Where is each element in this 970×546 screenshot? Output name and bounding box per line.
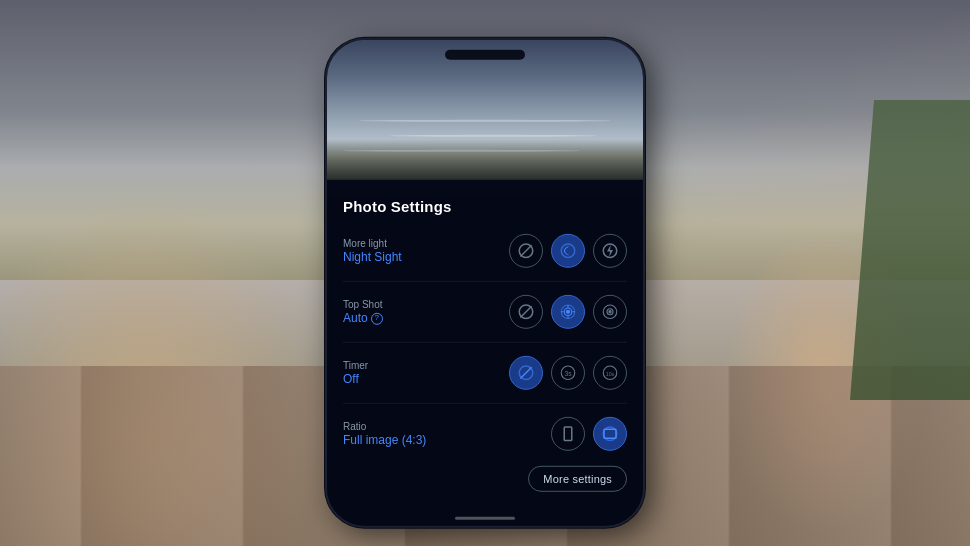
svg-text:10s: 10s xyxy=(606,371,615,377)
divider-2 xyxy=(343,342,627,343)
timer-label: Timer xyxy=(343,359,509,372)
ratio-value: Full image (4:3) xyxy=(343,433,551,449)
phone-wrapper: Photo Settings More light Night Sight xyxy=(325,38,645,528)
top-shot-manual-button[interactable] xyxy=(593,295,627,329)
top-shot-off-button[interactable] xyxy=(509,295,543,329)
night-sight-button[interactable] xyxy=(551,234,585,268)
svg-line-1 xyxy=(520,245,531,256)
wave-line-1 xyxy=(359,120,612,122)
top-shot-label: Top Shot xyxy=(343,298,509,311)
home-indicator xyxy=(455,517,515,520)
wave-line-3 xyxy=(343,150,580,152)
more-light-label: More light xyxy=(343,237,509,250)
top-shot-value: Auto ? xyxy=(343,311,509,327)
setting-row-more-light: More light Night Sight xyxy=(343,229,627,273)
timer-10s-button[interactable]: 10s xyxy=(593,356,627,390)
ratio-landscape-button[interactable] xyxy=(593,417,627,451)
timer-value: Off xyxy=(343,372,509,388)
more-settings-row: More settings xyxy=(343,466,627,492)
setting-row-timer: Timer Off xyxy=(343,351,627,395)
help-icon[interactable]: ? xyxy=(371,312,383,324)
more-light-value: Night Sight xyxy=(343,250,509,266)
ratio-label-group: Ratio Full image (4:3) xyxy=(343,420,551,449)
more-settings-button[interactable]: More settings xyxy=(528,466,627,492)
settings-panel: Photo Settings More light Night Sight xyxy=(327,180,643,526)
ratio-portrait-button[interactable] xyxy=(551,417,585,451)
svg-point-15 xyxy=(609,311,611,313)
timer-icons: 3s 10s xyxy=(509,356,627,390)
svg-point-8 xyxy=(567,310,570,313)
wave-line-2 xyxy=(390,135,595,137)
settings-grid: More light Night Sight xyxy=(343,229,627,456)
timer-3s-button[interactable]: 3s xyxy=(551,356,585,390)
setting-row-ratio: Ratio Full image (4:3) xyxy=(343,412,627,456)
power-button xyxy=(643,160,645,210)
svg-text:3s: 3s xyxy=(564,370,572,377)
ratio-label: Ratio xyxy=(343,420,551,433)
divider-3 xyxy=(343,403,627,404)
ratio-icons xyxy=(551,417,627,451)
svg-rect-22 xyxy=(564,427,572,441)
top-shot-auto-button[interactable] xyxy=(551,295,585,329)
svg-line-17 xyxy=(520,367,531,378)
flash-button[interactable] xyxy=(593,234,627,268)
svg-line-5 xyxy=(520,306,531,317)
phone-pill xyxy=(445,50,525,60)
top-shot-label-group: Top Shot Auto ? xyxy=(343,298,509,327)
timer-off-button[interactable] xyxy=(509,356,543,390)
phone: Photo Settings More light Night Sight xyxy=(325,38,645,528)
settings-title: Photo Settings xyxy=(343,198,627,215)
svg-point-2 xyxy=(561,244,575,257)
setting-row-top-shot: Top Shot Auto ? xyxy=(343,290,627,334)
more-light-icons xyxy=(509,234,627,268)
timer-label-group: Timer Off xyxy=(343,359,509,388)
divider-1 xyxy=(343,281,627,282)
top-shot-icons xyxy=(509,295,627,329)
more-light-label-group: More light Night Sight xyxy=(343,237,509,266)
no-sign-button[interactable] xyxy=(509,234,543,268)
